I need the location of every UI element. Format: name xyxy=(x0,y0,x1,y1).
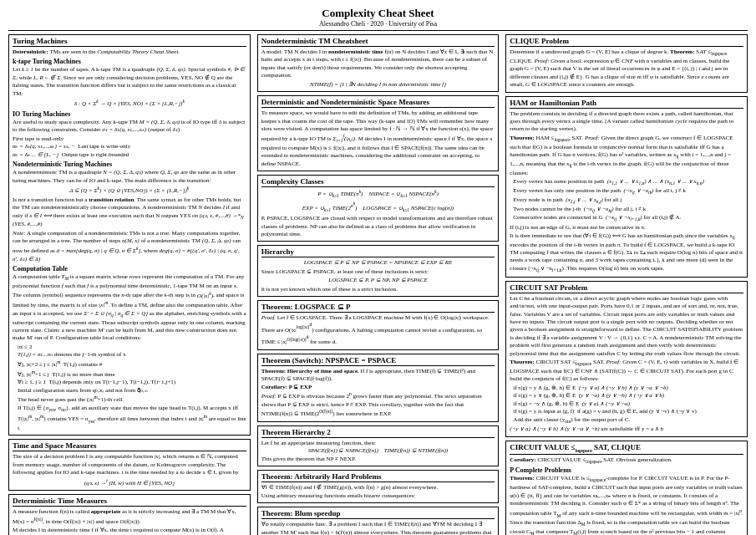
ktape-content: Let k ≥ 1 be the number of tapes. A k-ta… xyxy=(13,66,246,98)
hierarchy-time-space: Theorem: Hierarchy of time and space. If… xyxy=(261,368,495,419)
section-arb-hard: Theorem: Arbitrarily Hard Problems ∀f ∈ … xyxy=(257,470,500,503)
section-time-space: Time and Space Measures The size of a de… xyxy=(8,439,251,491)
page-title: Complexity Cheat Sheet xyxy=(8,7,748,20)
section-logspace-thm: Theorem: LOGSPACE ⊆ P Proof. Let f ∈ LOG… xyxy=(257,300,500,350)
section-hierarchy2: Theorem Hierarchy 2 Let f be an appropri… xyxy=(257,425,500,466)
circuit-value-corollary: Corollary: CIRCUIT VALUE ≤logspace SAT. … xyxy=(510,456,743,466)
comp-table-rules: |σ| ≤ 2 T(1,j) = σ₁...σₙ denotes the j−1… xyxy=(18,344,246,432)
hierarchy-title: Hierarchy xyxy=(261,247,495,257)
page: Complexity Cheat Sheet Alessandro Cheli … xyxy=(0,0,756,535)
column-3: CLIQUE Problem Determine if a undirected… xyxy=(505,34,748,535)
classes-row1: P = ∪k≥1 TIME(nk) NSPACE = ∪k≥1 NSPACE(n… xyxy=(261,189,495,200)
hierarchy2-content: Let f be an appropriate measuring functi… xyxy=(261,440,495,463)
hierarchy2-title: Theorem Hierarchy 2 xyxy=(261,428,495,438)
savitch-title: Theorem (Savitch): NPSPACE = PSPACE xyxy=(261,356,495,366)
page-header: Complexity Cheat Sheet Alessandro Cheli … xyxy=(8,7,748,31)
blum-title: Theorem: Blum speedup xyxy=(261,509,495,519)
circuit-sat-title: CIRCUIT SAT Problem xyxy=(510,283,743,293)
section-nondet-cheatsheet: Nondeterministic TM Cheatsheet A model. … xyxy=(257,34,500,92)
complexity-classes-title: Complexity Classes xyxy=(261,177,495,187)
hierarchy-note: Since LOGSPACE ⊊ PSPACE, at least one of… xyxy=(261,268,495,276)
section-hierarchy: Hierarchy LOGSPACE ⊆ P ⊆ NP ⊆ PSPACE = N… xyxy=(257,245,500,297)
ham-title: HAM or Hamiltonian Path xyxy=(510,99,743,109)
hierarchy-strict: LOGSPACE ⊊ P, P ⊊ NP, NP ⊊ PSPACE xyxy=(261,277,495,284)
section-circuit-sat: CIRCUIT SAT Problem Let C be a boolean c… xyxy=(505,281,748,437)
nondet-model: A model. TM N decides I in nondeterminis… xyxy=(261,48,495,80)
logspace-title: Theorem: LOGSPACE ⊆ P xyxy=(261,303,495,313)
ndet-formula: Δ ⊆ (Q × Σk) × (Q ∪ {YES,NO}) × (Σ × {L,… xyxy=(13,186,246,196)
classes-note: P, PSPACE, LOGSPACE are closed with resp… xyxy=(261,215,495,238)
column-2: Nondeterministic TM Cheatsheet A model. … xyxy=(257,34,500,535)
ham-content: The problem consists in deciding if a di… xyxy=(510,110,743,134)
io-rules: First tape is read-only σₖ = δₖ(q, s₁,..… xyxy=(13,135,246,159)
ndet-content3: Note: A single computation of a nondeter… xyxy=(13,230,246,263)
blum-content: ∀φ totally computable func. ∃ a problem … xyxy=(261,521,495,535)
section-blum: Theorem: Blum speedup ∀φ totally computa… xyxy=(257,507,500,535)
det-time-title: Deterministic Time Measures xyxy=(13,497,246,507)
column-1: Turing Machines Deterministic: TMs are s… xyxy=(8,34,251,535)
comp-table-content: A computation table TM is a square matri… xyxy=(13,273,246,343)
section-det-time: Deterministic Time Measures A measure fu… xyxy=(8,494,251,535)
ndet-content2: Is not a transition function but a trans… xyxy=(13,196,246,229)
ktape-title: k-tape Turing Machines xyxy=(13,58,246,65)
logspace-proof: Proof. Let f ∈ LOGSPACE. There ∃ a LOGSP… xyxy=(261,314,495,347)
arb-hard-content: ∀f ∈ TIME(f(n)) and f ∉ TIME(g(n)), with… xyxy=(261,484,495,500)
classes-row2: EXP = ∪k≥1 TIME(2nk) LOGSPACE = ∪k≥1 NSP… xyxy=(261,201,495,214)
p-complete-content: Theorem: CIRCUIT VALUE is ≤logspace-comp… xyxy=(510,475,743,535)
section-savitch: Theorem (Savitch): NPSPACE = PSPACE Theo… xyxy=(257,354,500,422)
clique-content: Determine if a undirected graph G = (V, … xyxy=(510,48,743,89)
hierarchy-chain: LOGSPACE ⊆ P ⊆ NP ⊆ PSPACE = NPSPACE ⊆ E… xyxy=(261,259,495,267)
det-time-content: A measure function f(n) is called approp… xyxy=(13,508,246,535)
ntime-def: NTIME(f) = {I | ∃N deciding I in non det… xyxy=(261,81,495,89)
io-tm-title: IO Turing Machines xyxy=(13,110,246,118)
ham-theorem: Theorem: HAM ≤logspace SAT. Proof: Given… xyxy=(510,135,743,177)
ndet-tm-content: A nondeterministic TM is a quadruple N =… xyxy=(13,169,246,185)
ham-clauses: Every vertex has some position in path (… xyxy=(513,178,743,223)
section-circuit-value: CIRCUIT VALUE ≤logspace SAT, CLIQUE Coro… xyxy=(505,441,748,535)
hierarchy-unknown: It is not yet known which one of these i… xyxy=(261,286,495,293)
io-content: Are useful to study space complexity. An… xyxy=(13,119,246,135)
clique-title: CLIQUE Problem xyxy=(510,37,743,47)
section-title-tm: Turing Machines xyxy=(13,37,246,47)
tm-det-note: Deterministic: TMs are seen in the Compu… xyxy=(13,48,246,56)
circuit-note: (¬y ∨ a) ∧ (¬y ∨ b) ∧ (y ∨ ¬a ∨ ¬b) are … xyxy=(510,425,743,433)
section-turing-machines: Turing Machines Deterministic: TMs are s… xyxy=(8,34,251,436)
p-complete-title: P Complete Problems xyxy=(510,466,743,474)
time-space-content: The size of a decision problem I is any … xyxy=(13,453,246,476)
circuit-value-title: CIRCUIT VALUE ≤logspace SAT, CLIQUE xyxy=(510,443,743,455)
space-content: To measure space, we would have to edit … xyxy=(261,110,495,168)
nondet-cheatsheet-title: Nondeterministic TM Cheatsheet xyxy=(261,37,495,47)
ndet-tm-title: Nondeterministic Turing Machines xyxy=(13,160,246,168)
circuit-sat-content: Let C be a boolean circuit, or a direct … xyxy=(510,295,743,359)
time-formula: (q₀, x) →t (H, w) with H ∈ {YES, NO} xyxy=(13,478,246,488)
section-complexity-classes: Complexity Classes P = ∪k≥1 TIME(nk) NSP… xyxy=(257,175,500,242)
section-ham: HAM or Hamiltonian Path The problem cons… xyxy=(505,96,748,278)
comp-table-title: Computation Table xyxy=(13,265,246,273)
ktape-formula: δ : Q × Σk → Q × (YES, NO) × (Σ × {L,R,−… xyxy=(13,99,246,109)
author-line: Alessandro Cheli · 2020 · University of … xyxy=(8,20,748,28)
section-clique: CLIQUE Problem Determine if a undirected… xyxy=(505,34,748,93)
det-nondet-title: Deterministic and Nondeterministic Space… xyxy=(261,98,495,108)
circuit-rules: if τ(g) = y ∧ (g, ⊕, h) ∈ E (¬y ∨ a) ∧ (… xyxy=(513,385,743,425)
section-det-nondet-space: Deterministic and Nondeterministic Space… xyxy=(257,95,500,171)
time-space-title: Time and Space Measures xyxy=(13,441,246,451)
circuit-sat-thm: Theorem: CIRCUIT SAT ≤logspace SAT. Proo… xyxy=(510,359,743,384)
ham-note: If (i,j) is not an edge of G, it must no… xyxy=(510,224,743,273)
arb-hard-title: Theorem: Arbitrarily Hard Problems xyxy=(261,472,495,482)
